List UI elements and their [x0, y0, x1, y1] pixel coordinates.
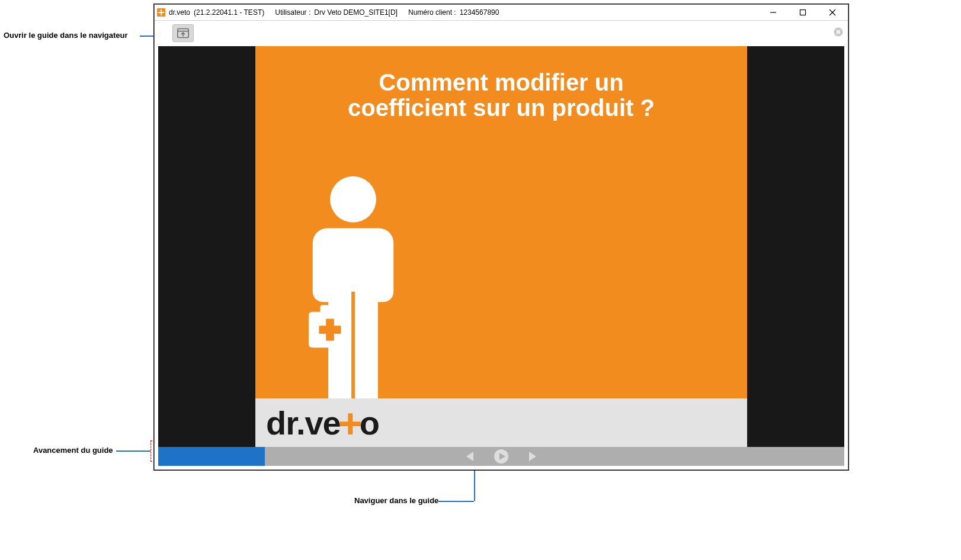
guide-player: Comment modifier un coefficient sur un p…: [158, 46, 844, 466]
annotation-open-browser-label: Ouvrir le guide dans le navigateur: [4, 31, 128, 40]
annotation-navigate-label: Naviguer dans le guide: [354, 496, 438, 505]
annotation-progress-label: Avancement du guide: [33, 446, 113, 455]
app-icon: [157, 8, 165, 17]
title-app-name: dr.veto: [169, 8, 190, 17]
brand-suffix: o: [360, 404, 379, 442]
title-user-label: Utilisateur :: [275, 8, 310, 17]
close-icon: [829, 9, 836, 16]
brand-prefix: dr.ve: [266, 404, 341, 442]
slide-title-line2: coefficient sur un produit ?: [348, 95, 655, 121]
titlebar[interactable]: dr.veto (21.2.22041.1 - TEST) Utilisateu…: [155, 5, 848, 21]
minimize-icon: [770, 9, 777, 16]
brand-plus-icon: +: [338, 411, 362, 436]
brand-strip: dr.ve+o: [255, 398, 747, 447]
svg-rect-12: [320, 305, 339, 313]
next-icon: [526, 450, 539, 463]
content-close-icon: [834, 27, 843, 37]
annotation-progress-leader: [116, 450, 150, 452]
title-client-value: 1234567890: [460, 8, 499, 17]
content-close-button[interactable]: [832, 26, 844, 38]
maximize-button[interactable]: [790, 5, 816, 20]
slide-area: Comment modifier un coefficient sur un p…: [158, 46, 844, 447]
player-nav-group: [463, 447, 540, 466]
previous-button[interactable]: [463, 449, 478, 464]
slide: Comment modifier un coefficient sur un p…: [255, 46, 747, 447]
svg-marker-15: [466, 452, 473, 461]
minimize-button[interactable]: [760, 5, 786, 20]
svg-marker-18: [529, 452, 536, 461]
title-user-value: Drv Veto DEMO_SITE1[D]: [314, 8, 398, 17]
title-app-version: (21.2.22041.1 - TEST): [194, 8, 264, 17]
next-button[interactable]: [524, 449, 540, 464]
open-in-browser-icon: [177, 28, 189, 38]
play-button[interactable]: [494, 449, 509, 464]
guide-progress-fill[interactable]: [158, 447, 265, 466]
vet-figure-icon: [291, 173, 415, 398]
open-in-browser-button[interactable]: [172, 24, 194, 42]
annotation-navigate-leader: [438, 501, 474, 502]
maximize-icon: [799, 9, 806, 16]
previous-icon: [464, 450, 477, 463]
slide-title-line1: Comment modifier un: [379, 69, 623, 95]
svg-rect-1: [800, 10, 806, 15]
toolbar: [155, 21, 848, 44]
svg-point-9: [330, 176, 376, 223]
slide-main: Comment modifier un coefficient sur un p…: [255, 46, 747, 398]
app-window: dr.veto (21.2.22041.1 - TEST) Utilisateu…: [154, 4, 848, 470]
player-controls: [158, 447, 844, 466]
title-client-label: Numéro client :: [408, 8, 456, 17]
svg-rect-14: [319, 326, 341, 334]
slide-title: Comment modifier un coefficient sur un p…: [255, 70, 747, 121]
close-button[interactable]: [819, 5, 845, 20]
play-icon: [494, 449, 509, 464]
